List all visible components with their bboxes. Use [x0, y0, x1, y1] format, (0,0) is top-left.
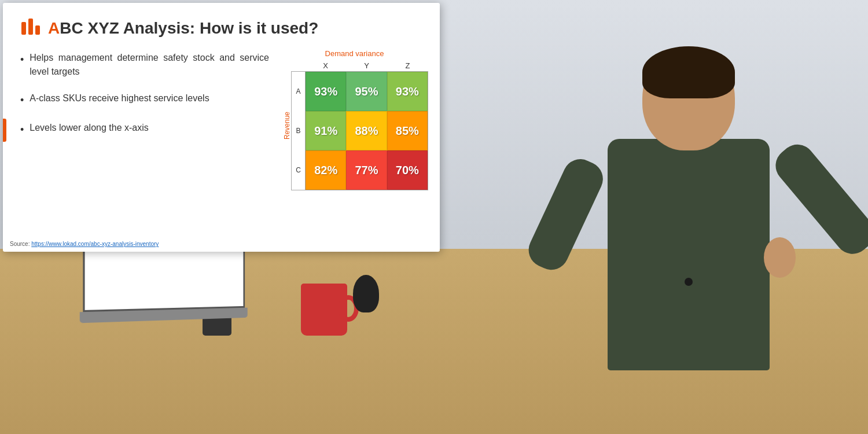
person-head	[642, 46, 735, 150]
slide-panel: ABC XYZ Analysis: How is it used? • Help…	[3, 3, 440, 252]
matrix-grid: A 93% 95% 93% B 91% 88% 85% C 82% 77% 70…	[291, 71, 428, 190]
matrix-col-y: Y	[346, 60, 387, 71]
matrix-col-x: X	[305, 60, 346, 71]
svg-rect-1	[28, 19, 33, 35]
matrix-table-wrap: X Y Z A 93% 95% 93% B 91% 88% 85	[291, 60, 428, 190]
coffee-mug	[301, 284, 347, 336]
bullet-dot-1: •	[20, 52, 24, 68]
matrix-y-label: Revenue	[281, 60, 291, 190]
matrix-title: Demand variance	[281, 49, 428, 58]
slide-title-rest: BC XYZ Analysis: How is it used?	[60, 19, 318, 37]
svg-rect-2	[35, 25, 40, 35]
matrix-cell-bx: 91%	[306, 111, 346, 150]
matrix-cell-az: 93%	[387, 72, 428, 111]
bullet-item-3: • Levels lower along the x-axis	[20, 121, 269, 138]
source-url[interactable]: https://www.lokad.com/abc-xyz-analysis-i…	[31, 241, 159, 247]
source-line: Source: https://www.lokad.com/abc-xyz-an…	[10, 241, 159, 247]
bullet-dot-3: •	[20, 122, 24, 138]
bullet-text-1: Helps management determine safety stock …	[30, 51, 269, 79]
slide-title-highlight: A	[48, 19, 60, 37]
matrix-cell-cx: 82%	[306, 150, 346, 190]
person-hair	[642, 46, 735, 98]
matrix-row-a: A	[292, 72, 306, 111]
bullet-item-1: • Helps management determine safety stoc…	[20, 51, 269, 79]
computer-mouse	[353, 275, 379, 312]
slide-header: ABC XYZ Analysis: How is it used?	[20, 17, 422, 39]
orange-accent-bar	[3, 119, 6, 142]
bullet-dot-2: •	[20, 93, 24, 108]
matrix-wrapper: Revenue X Y Z A 93% 95% 93%	[281, 60, 428, 190]
matrix-cell-bz: 85%	[387, 111, 428, 150]
bullet-points: • Helps management determine safety stoc…	[20, 51, 269, 138]
matrix-cell-cz: 70%	[387, 150, 428, 190]
slide-title: ABC XYZ Analysis: How is it used?	[48, 19, 318, 38]
matrix-row-c: C	[292, 150, 306, 190]
matrix-cell-ay: 95%	[346, 72, 387, 111]
matrix-corner	[291, 60, 305, 71]
matrix-row-b: B	[292, 111, 306, 150]
svg-rect-0	[21, 22, 26, 35]
matrix-cell-ax: 93%	[306, 72, 346, 111]
bullet-item-2: • A-class SKUs receive highest service l…	[20, 91, 269, 108]
source-label: Source:	[10, 241, 31, 247]
matrix-cell-by: 88%	[346, 111, 387, 150]
bullet-text-3: Levels lower along the x-axis	[30, 121, 148, 135]
matrix-col-headers: X Y Z	[291, 60, 428, 71]
matrix-cell-cy: 77%	[346, 150, 387, 190]
scene: ABC XYZ Analysis: How is it used? • Help…	[0, 0, 868, 434]
matrix-container: Demand variance Revenue X Y Z A 93% 95%	[281, 49, 428, 190]
matrix-col-z: Z	[387, 60, 428, 71]
bullet-text-2: A-class SKUs receive highest service lev…	[30, 91, 209, 105]
lokad-logo	[20, 17, 42, 39]
